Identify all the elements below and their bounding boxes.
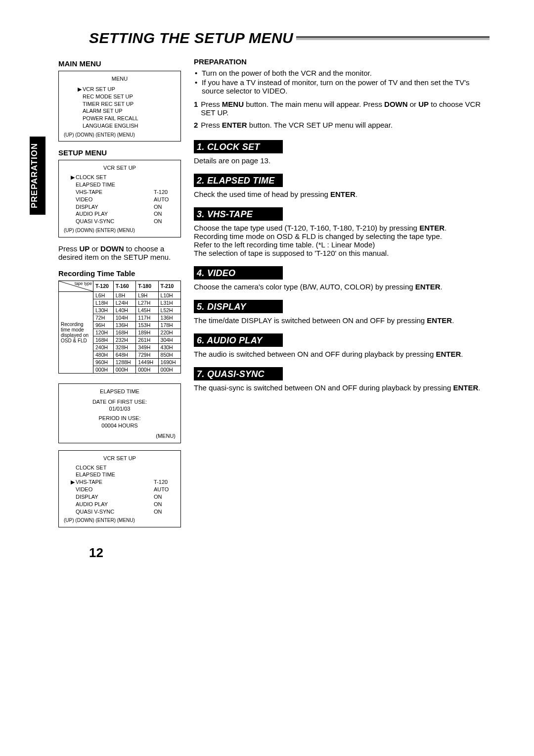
osd-item: ▶VCR SET UP [64, 86, 176, 93]
osd-item: POWER FAIL RECALL [64, 115, 176, 122]
osd-item: ELAPSED TIME [64, 471, 176, 478]
osd-header: MENU [64, 75, 176, 83]
section-display: 5. DISPLAY [194, 300, 283, 313]
step-1: 1 Press MENU button. The main menu will … [194, 100, 490, 117]
section-elapsed-time: 2. ELAPSED TIME [194, 174, 283, 187]
osd-item: DISPLAYON [64, 203, 176, 211]
osd-item: ELAPSED TIME [64, 181, 176, 189]
section-body: Choose the camera's color type (B/W, AUT… [194, 283, 490, 291]
section-video: 4. VIDEO [194, 266, 283, 280]
rec-table-heading: Recording Time Table [58, 269, 181, 278]
main-menu-osd: MENU ▶VCR SET UPREC MODE SET UPTIMER REC… [58, 71, 181, 142]
svg-line-0 [59, 281, 93, 291]
osd-item: REC MODE SET UP [64, 93, 176, 100]
setup-menu-heading: SETUP MENU [58, 148, 181, 157]
elapsed-time-osd: ELAPSED TIME DATE OF FIRST USE: 01/01/03… [58, 383, 181, 443]
osd-footer: (UP) (DOWN) (ENTER) (MENU) [64, 227, 176, 234]
osd-item: ▶VHS-TAPET-120 [64, 478, 176, 486]
vcr-setup-osd-2: VCR SET UP CLOCK SETELAPSED TIME▶VHS-TAP… [58, 450, 181, 527]
list-item: Turn on the power of both the VCR and th… [194, 69, 490, 77]
preparation-heading: PREPARATION [194, 57, 490, 66]
osd-item: VIDEOAUTO [64, 196, 176, 203]
section-clock-set: 1. CLOCK SET [194, 140, 283, 153]
page-number: 12 [89, 545, 490, 561]
osd-item: AUDIO PLAYON [64, 501, 176, 508]
setup-menu-osd: VCR SET UP ▶CLOCK SETELAPSED TIMEVHS-TAP… [58, 160, 181, 237]
osd-header: VCR SET UP [64, 164, 176, 172]
section-body: Choose the tape type used (T-120, T-160,… [194, 224, 490, 257]
osd-item: VIDEOAUTO [64, 486, 176, 493]
osd-item: VHS-TAPET-120 [64, 189, 176, 196]
step-2: 2 Press ENTER button. The VCR SET UP men… [194, 121, 490, 129]
osd-item: ALARM SET UP [64, 107, 176, 115]
main-menu-heading: MAIN MENU [58, 59, 181, 68]
section-quasi-sync: 7. QUASI-SYNC [194, 367, 283, 380]
section-audio-play: 6. AUDIO PLAY [194, 333, 283, 347]
osd-item: CLOCK SET [64, 464, 176, 472]
table-diagonal-cell: tape type [59, 281, 93, 291]
recording-time-table: tape type T-120 T-160 T-180 T-210 Record… [58, 281, 181, 374]
osd-item: AUDIO PLAYON [64, 210, 176, 218]
section-body: Details are on page 13. [194, 156, 490, 165]
section-body: The quasi-sync is switched between ON an… [194, 383, 490, 392]
osd-item: ▶CLOCK SET [64, 174, 176, 181]
setup-hint: Press UP or DOWN to choose a desired ite… [58, 244, 181, 261]
osd-item: DISPLAYON [64, 493, 176, 501]
preparation-bullets: Turn on the power of both the VCR and th… [194, 69, 490, 95]
osd-footer: (UP) (DOWN) (ENTER) (MENU) [64, 132, 176, 139]
page-title: SETTING THE SETUP MENU [89, 30, 293, 47]
section-tab-preparation: PREPARATION [30, 137, 45, 215]
list-item: If you have a TV instead of monitor, tur… [194, 78, 490, 95]
osd-item: QUASI V-SYNCON [64, 218, 176, 225]
osd-item: QUASI V-SYNCON [64, 508, 176, 516]
osd-item: TIMER REC SET UP [64, 100, 176, 108]
section-body: The audio is switched between ON and OFF… [194, 350, 490, 358]
section-body: The time/date DISPLAY is switched betwee… [194, 316, 490, 325]
osd-item: LANGUAGE ENGLISH [64, 122, 176, 130]
title-rule [296, 36, 490, 40]
section-vhs-tape: 3. VHS-TAPE [194, 207, 283, 221]
section-body: Check the used time of head by pressing … [194, 190, 490, 198]
